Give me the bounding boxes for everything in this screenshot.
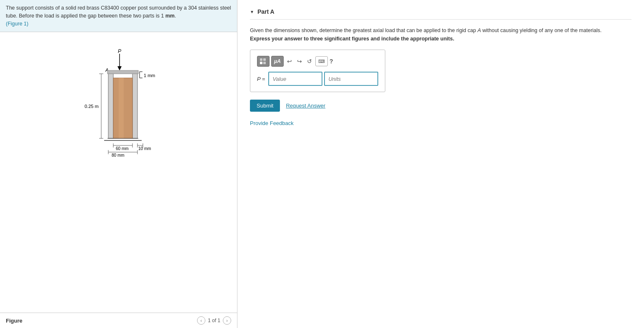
svg-rect-27 [263,62,266,64]
problem-text-content: The support consists of a solid red bras… [6,5,231,19]
submit-button[interactable]: Submit [250,100,280,112]
units-input[interactable] [324,72,378,86]
keyboard-icon: ⌨ [318,59,325,64]
action-row: Submit Request Answer [250,100,632,112]
svg-rect-8 [119,78,124,138]
undo-button[interactable]: ↩ [285,57,294,65]
value-input[interactable] [268,72,322,86]
next-figure-button[interactable]: › [223,316,231,325]
diagram-svg: P A 1 mm [56,40,181,157]
request-answer-button[interactable]: Request Answer [286,103,325,109]
dim3-label: 10 mm [138,146,151,151]
dim1-label: 60 mm [116,146,129,151]
right-panel: ▼ Part A Given the dimensions shown, det… [237,0,644,328]
p-label: P = [257,76,265,82]
figure-area: P A 1 mm [0,32,237,328]
matrix-button[interactable] [257,56,270,67]
refresh-button[interactable]: ↺ [305,57,314,65]
figure-nav-text: 1 of 1 [208,318,220,323]
height-label: 0.25 m [85,104,99,109]
prev-figure-button[interactable]: ‹ [197,316,205,325]
answer-box: μA ↩ ↪ ↺ ⌨ ? P = [250,50,385,92]
gap-label: 1 mm [144,73,155,78]
toolbar: μA ↩ ↪ ↺ ⌨ ? [257,56,378,67]
provide-feedback-link[interactable]: Provide Feedback [250,120,294,126]
svg-rect-26 [260,62,262,64]
input-row: P = [257,72,378,86]
svg-rect-5 [108,72,113,138]
help-button[interactable]: ? [329,58,333,65]
figure-diagram: P A 1 mm [0,32,237,313]
svg-rect-24 [260,58,262,61]
left-panel: The support consists of a solid red bras… [0,0,237,328]
provide-feedback-section: Provide Feedback [250,120,632,126]
problem-text-box: The support consists of a solid red bras… [0,0,237,32]
figure-nav: ‹ 1 of 1 › [197,316,231,325]
mu-label: μA [274,58,281,64]
figure-header: Figure ‹ 1 of 1 › [0,313,237,328]
part-collapse-icon[interactable]: ▼ [250,10,254,14]
svg-rect-6 [132,72,137,138]
part-title: Part A [257,8,275,15]
redo-button[interactable]: ↪ [295,57,304,65]
svg-rect-25 [263,58,266,61]
svg-rect-9 [107,70,138,74]
part-description: Given the dimensions shown, determine th… [250,26,632,43]
keyboard-button[interactable]: ⌨ [315,56,328,66]
mu-button[interactable]: μA [271,56,284,67]
figure-title: Figure [6,318,22,324]
dim2-label: 80 mm [112,153,125,157]
figure-ref: (Figure 1) [6,21,28,27]
part-header: ▼ Part A [250,8,632,20]
svg-marker-1 [117,66,122,70]
p-label: P [118,48,121,54]
